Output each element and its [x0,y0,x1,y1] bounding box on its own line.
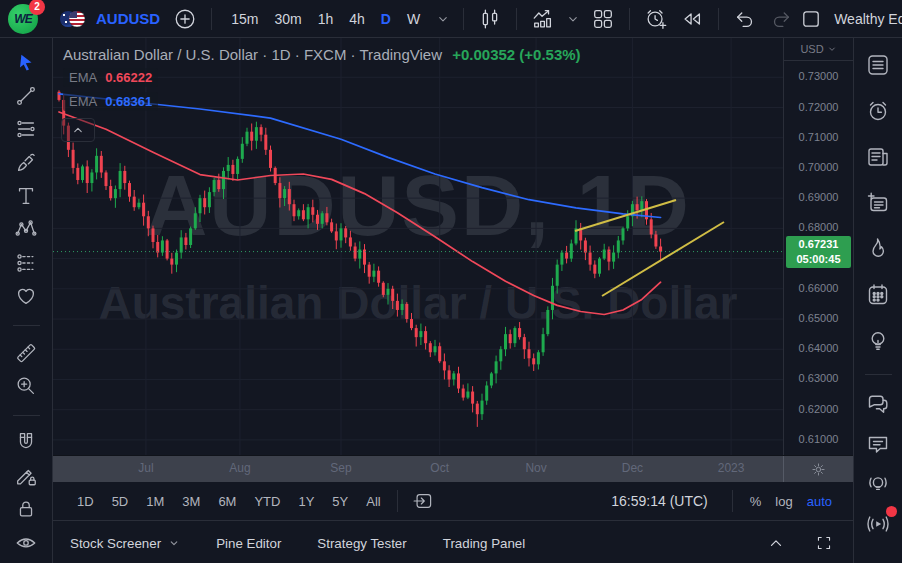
idea-bulb-icon [865,328,891,354]
tab-label: Strategy Tester [317,536,406,551]
range-1y-button[interactable]: 1Y [292,491,320,512]
chart-style-button[interactable] [475,4,505,34]
tab-stock-screener[interactable]: Stock Screener [70,536,180,551]
price-tick: 0.68000 [784,221,853,233]
price-tick: 0.63000 [784,372,853,384]
cursor-tool[interactable] [12,50,40,75]
toolbar-divider [629,8,630,30]
toolbar-divider [211,8,212,30]
ideas-stream-icon [865,471,891,497]
legend-collapse-button[interactable] [61,118,95,142]
sidebar-item-economic-calendar[interactable] [863,280,893,310]
app-logo[interactable]: WE 2 [8,4,38,34]
interval-1h-button[interactable]: 1h [312,8,340,30]
indicator-row[interactable]: EMA0.66222 [63,68,158,87]
range-5d-button[interactable]: 5D [106,491,135,512]
chats-icon [865,391,891,417]
dialogs-icon [865,431,891,457]
bottom-tabs-bar: Stock ScreenerPine EditorStrategy Tester… [53,520,853,563]
hide-all-drawings-button[interactable] [12,530,40,555]
log-scale-button[interactable]: log [768,491,799,512]
eye-icon [14,530,38,554]
price-axis-currency[interactable]: USD [784,38,853,61]
stay-in-drawing-mode-button[interactable] [12,463,40,488]
chart-settings-corner[interactable] [783,456,853,482]
panel-collapse-button[interactable] [761,528,791,558]
auto-scale-button[interactable]: auto [800,491,839,512]
tab-trading-panel[interactable]: Trading Panel [443,536,526,551]
sidebar-item-text-notes[interactable] [863,188,893,218]
symbol-button[interactable]: AUDUSD [96,10,160,27]
interval-w-button[interactable]: W [401,8,426,30]
bar-replay-button[interactable] [677,4,707,34]
sidebar-item-news[interactable] [863,142,893,172]
brush-tool[interactable] [12,150,40,175]
tab-label: Stock Screener [70,536,161,551]
pattern-tool[interactable] [12,217,40,242]
tab-strategy-tester[interactable]: Strategy Tester [317,536,406,551]
range-3m-button[interactable]: 3M [176,491,206,512]
go-to-date-button[interactable] [408,486,438,516]
sidebar-item-ideas-stream[interactable] [863,469,893,499]
zoom-in-tool[interactable] [12,373,40,398]
trend-line-tool[interactable] [12,83,40,108]
range-6m-button[interactable]: 6M [212,491,242,512]
text-tool[interactable] [12,183,40,208]
toolbar-divider [516,8,517,30]
range-all-button[interactable]: All [360,491,386,512]
clock-utc[interactable]: 16:59:14 (UTC) [611,493,707,509]
chevron-down-icon [566,12,580,26]
range-ytd-button[interactable]: YTD [248,491,286,512]
emoji-tool[interactable] [12,284,40,309]
create-alert-button[interactable] [641,4,671,34]
symbol-add-button[interactable] [170,4,200,34]
top-toolbar: WE 2 AUDUSD 15m30m1h4hDW [0,0,902,38]
chart-plot[interactable]: AUDUSD, 1D Australian Dollar / U.S. Doll… [53,38,783,455]
price-axis[interactable]: USD 0.730000.720000.710000.700000.690000… [783,38,853,455]
forecast-tool[interactable] [12,250,40,275]
sidebar-item-watchlist[interactable] [863,50,893,80]
price-tick: 0.61000 [784,433,853,445]
edit-lock-icon [14,464,38,488]
sidebar-item-streams[interactable] [863,509,893,539]
toolbar-divider [13,325,40,326]
brush-icon [14,151,38,175]
multichart-layout-button[interactable] [588,4,618,34]
indicator-templates-button[interactable] [564,4,582,34]
sidebar-item-my-ideas[interactable] [863,326,893,356]
sidebar-item-hotlists[interactable] [863,234,893,264]
percent-scale-button[interactable]: % [743,491,769,512]
magnet-mode-button[interactable] [12,430,40,455]
time-axis[interactable]: JulAugSepOctNovDec2023 [53,455,853,482]
price-tick: 0.69000 [784,191,853,203]
panel-fullscreen-button[interactable] [809,528,839,558]
indicator-row[interactable]: EMA0.68361 [63,92,158,111]
undo-button[interactable] [730,4,760,34]
lock-all-drawings-button[interactable] [12,496,40,521]
layout-box-button[interactable] [796,4,826,34]
sidebar-item-public-chats[interactable] [863,389,893,419]
price-tick: 0.72000 [784,101,853,113]
interval-menu-button[interactable] [434,4,452,34]
interval-30m-button[interactable]: 30m [268,8,307,30]
interval-buttons: 15m30m1h4hDW [225,8,426,30]
measure-tool[interactable] [12,340,40,365]
indicators-button[interactable] [528,4,558,34]
candlestick-style-icon [478,7,502,31]
range-1m-button[interactable]: 1M [140,491,170,512]
fib-retracement-tool[interactable] [12,117,40,142]
legend-title[interactable]: Australian Dollar / U.S. Dollar · 1D · F… [63,46,442,63]
tab-pine-editor[interactable]: Pine Editor [216,536,281,551]
econ-calendar-icon [865,282,891,308]
redo-button[interactable] [766,4,796,34]
interval-15m-button[interactable]: 15m [225,8,264,30]
layout-name-button[interactable]: Wealthy Educ... [832,11,902,27]
range-5y-button[interactable]: 5Y [326,491,354,512]
legend-change: +0.00352 (+0.53%) [452,46,580,63]
interval-4h-button[interactable]: 4h [343,8,371,30]
interval-d-button[interactable]: D [375,8,397,30]
sidebar-item-private-chats[interactable] [863,429,893,459]
logo-text: WE [14,12,31,26]
sidebar-item-alerts[interactable] [863,96,893,126]
range-1d-button[interactable]: 1D [71,491,100,512]
